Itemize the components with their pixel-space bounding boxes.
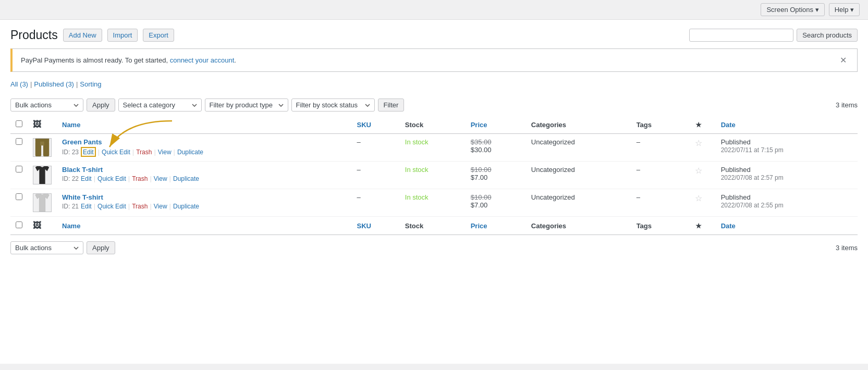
row-checkbox[interactable] bbox=[16, 138, 22, 145]
row-sku-cell: – bbox=[352, 189, 400, 217]
product-name-link[interactable]: Green Pants bbox=[62, 138, 102, 146]
search-input[interactable] bbox=[689, 29, 793, 42]
bulk-actions-select-top[interactable]: Bulk actions bbox=[10, 98, 83, 112]
sort-date-link[interactable]: Date bbox=[721, 121, 736, 129]
quick-edit-link[interactable]: Quick Edit bbox=[102, 149, 130, 156]
view-link[interactable]: View bbox=[158, 149, 172, 156]
bulk-actions-select-bottom[interactable]: Bulk actions bbox=[10, 241, 83, 254]
apply-button-top[interactable]: Apply bbox=[87, 98, 115, 112]
product-id: ID: 23 bbox=[62, 149, 79, 156]
row-price-cell: $10.00 $7.00 bbox=[466, 189, 526, 217]
search-products-button[interactable]: Search products bbox=[797, 29, 858, 42]
select-all-checkbox[interactable] bbox=[16, 120, 22, 127]
sort-sku-link-bottom[interactable]: SKU bbox=[357, 222, 371, 230]
tf-stock: Stock bbox=[400, 217, 466, 235]
th-price: Price bbox=[466, 116, 526, 134]
row-categories-cell: Uncategorized bbox=[526, 162, 631, 189]
page-title: Products bbox=[10, 28, 58, 42]
product-thumbnail bbox=[33, 193, 52, 212]
sort-name-link-bottom[interactable]: Name bbox=[62, 222, 80, 230]
row-featured-cell: ☆ bbox=[681, 134, 716, 162]
tf-image: 🖼 bbox=[28, 217, 57, 235]
featured-star[interactable]: ☆ bbox=[695, 166, 702, 175]
row-checkbox[interactable] bbox=[16, 166, 22, 172]
apply-button-bottom[interactable]: Apply bbox=[87, 241, 115, 254]
filter-all-link[interactable]: All (3) bbox=[10, 80, 28, 88]
row-tags-cell: – bbox=[631, 189, 681, 217]
row-actions: ID: 23 Edit | Quick Edit | Trash | View … bbox=[62, 147, 347, 157]
th-checkbox bbox=[10, 116, 28, 134]
sort-price-link[interactable]: Price bbox=[471, 121, 487, 129]
trash-link[interactable]: Trash bbox=[132, 175, 148, 182]
row-categories-cell: Uncategorized bbox=[526, 134, 631, 162]
row-actions: ID: 21 Edit | Quick Edit | Trash | View … bbox=[62, 202, 347, 210]
category-filter-select[interactable]: Select a category bbox=[118, 98, 202, 112]
tf-categories: Categories bbox=[526, 217, 631, 235]
row-featured-cell: ☆ bbox=[681, 162, 716, 189]
import-button[interactable]: Import bbox=[107, 29, 138, 42]
sort-name-link[interactable]: Name bbox=[62, 121, 80, 129]
edit-link[interactable]: Edit bbox=[81, 175, 92, 182]
tf-tags: Tags bbox=[631, 217, 681, 235]
notice-link[interactable]: connect your account bbox=[170, 56, 235, 64]
duplicate-link[interactable]: Duplicate bbox=[177, 149, 203, 156]
row-sku-cell: – bbox=[352, 162, 400, 189]
row-price-cell: $10.00 $7.00 bbox=[466, 162, 526, 189]
table-row: Green Pants ID: 23 Edit | Quick Edit | T… bbox=[10, 134, 858, 162]
svg-marker-5 bbox=[35, 166, 49, 184]
row-name-cell: Green Pants ID: 23 Edit | Quick Edit | T… bbox=[57, 134, 352, 162]
items-count-bottom: 3 items bbox=[836, 244, 858, 252]
add-new-button[interactable]: Add New bbox=[63, 29, 102, 42]
quick-edit-link[interactable]: Quick Edit bbox=[97, 175, 126, 182]
row-checkbox-cell bbox=[10, 134, 28, 162]
row-tags-cell: – bbox=[631, 162, 681, 189]
row-checkbox[interactable] bbox=[16, 193, 22, 200]
product-name-link[interactable]: White T-shirt bbox=[62, 193, 103, 201]
filter-button-top[interactable]: Filter bbox=[378, 98, 405, 112]
row-featured-cell: ☆ bbox=[681, 189, 716, 217]
notice-close-button[interactable]: ✕ bbox=[838, 53, 849, 67]
paypal-notice: PayPal Payments is almost ready. To get … bbox=[10, 48, 858, 72]
view-link[interactable]: View bbox=[154, 175, 167, 182]
bottom-tablenav: Bulk actions Apply 3 items bbox=[10, 241, 858, 254]
view-link[interactable]: View bbox=[154, 203, 167, 210]
row-checkbox-cell bbox=[10, 189, 28, 217]
product-name-link[interactable]: Black T-shirt bbox=[62, 166, 103, 174]
filter-sorting-link[interactable]: Sorting bbox=[80, 80, 101, 88]
sort-date-link-bottom[interactable]: Date bbox=[721, 222, 736, 230]
help-button[interactable]: Help ▾ bbox=[829, 3, 860, 16]
trash-link[interactable]: Trash bbox=[132, 203, 148, 210]
featured-star[interactable]: ☆ bbox=[695, 194, 702, 203]
screen-options-button[interactable]: Screen Options ▾ bbox=[761, 3, 824, 16]
stock-status-filter-select[interactable]: Filter by stock status bbox=[291, 98, 375, 112]
product-thumbnail bbox=[33, 166, 52, 184]
product-type-filter-select[interactable]: Filter by product type bbox=[205, 98, 288, 112]
row-actions: ID: 22 Edit | Quick Edit | Trash | View … bbox=[62, 175, 347, 182]
filter-published-link[interactable]: Published (3) bbox=[34, 80, 74, 88]
export-button[interactable]: Export bbox=[143, 29, 174, 42]
select-all-checkbox-bottom[interactable] bbox=[16, 221, 22, 228]
featured-star[interactable]: ☆ bbox=[695, 139, 702, 147]
sort-price-link-bottom[interactable]: Price bbox=[471, 222, 487, 230]
svg-marker-6 bbox=[35, 193, 49, 212]
row-tags-cell: – bbox=[631, 134, 681, 162]
duplicate-link[interactable]: Duplicate bbox=[173, 175, 199, 182]
sort-sku-link[interactable]: SKU bbox=[357, 121, 371, 129]
duplicate-link[interactable]: Duplicate bbox=[173, 203, 199, 210]
table-row: Black T-shirt ID: 22 Edit | Quick Edit |… bbox=[10, 162, 858, 189]
items-count-top: 3 items bbox=[836, 101, 858, 109]
row-categories-cell: Uncategorized bbox=[526, 189, 631, 217]
products-table: 🖼 Name SKU Stock Price bbox=[10, 116, 858, 235]
row-date-cell: Published 2022/07/11 at 7:15 pm bbox=[716, 134, 858, 162]
row-thumbnail-cell bbox=[28, 162, 57, 189]
th-date: Date bbox=[716, 116, 858, 134]
row-stock-cell: In stock bbox=[400, 189, 466, 217]
row-name-cell: White T-shirt ID: 21 Edit | Quick Edit |… bbox=[57, 189, 352, 217]
table-row: White T-shirt ID: 21 Edit | Quick Edit |… bbox=[10, 189, 858, 217]
th-image: 🖼 bbox=[28, 116, 57, 134]
trash-link[interactable]: Trash bbox=[136, 149, 152, 156]
edit-link[interactable]: Edit bbox=[83, 149, 94, 156]
edit-link[interactable]: Edit bbox=[81, 203, 92, 210]
top-tablenav: Bulk actions Apply Select a category Fil… bbox=[10, 98, 858, 112]
quick-edit-link[interactable]: Quick Edit bbox=[97, 203, 126, 210]
